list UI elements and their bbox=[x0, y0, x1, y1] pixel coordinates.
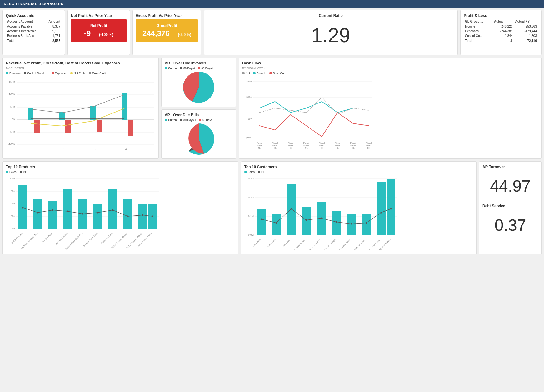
current-ratio-title: Current Ratio bbox=[207, 13, 454, 18]
net-profit-label: Net Profit bbox=[75, 23, 122, 28]
svg-text:Hamil... Smith Ltd: Hamil... Smith Ltd bbox=[307, 238, 321, 250]
svg-text:Rex Media Unive...: Rex Media Unive... bbox=[352, 238, 366, 250]
svg-rect-62 bbox=[63, 189, 72, 229]
qa-total-row: Total 2,568 bbox=[6, 38, 62, 43]
svg-text:-100K: -100K bbox=[8, 143, 15, 146]
bar-revenue-q4 bbox=[122, 93, 127, 120]
svg-text:100K: 100K bbox=[9, 202, 15, 205]
svg-text:Big Max Day Break M...: Big Max Day Break M... bbox=[20, 232, 38, 250]
net-profit-box: Net Profit -9 (-100 %) bbox=[71, 19, 127, 42]
svg-text:Week: Week bbox=[335, 144, 340, 147]
pl-total-row: Total -9 72,116 bbox=[464, 38, 538, 43]
svg-point-78 bbox=[152, 216, 153, 217]
svg-rect-102 bbox=[332, 211, 341, 235]
qa-row-name: Accounts Payable bbox=[6, 24, 44, 29]
dashboard-header: XERO FINANCIAL DASHBOARD bbox=[0, 0, 544, 8]
legend-dot-revenue bbox=[6, 72, 8, 74]
svg-text:Bank West: Bank West bbox=[252, 238, 261, 247]
legend-ap-current: Current bbox=[165, 118, 177, 122]
bar-expenses-q3 bbox=[97, 120, 102, 132]
svg-text:Hankles Crispies: Hankles Crispies bbox=[55, 232, 68, 245]
svg-rect-64 bbox=[93, 204, 102, 229]
gross-profit-title: Gross Profit Vs Prior Year bbox=[136, 13, 198, 18]
cashflow-legend: Net Cash In Cash Out bbox=[242, 72, 538, 75]
ar-overdue-legend: Current 30 Days+ 60 Days+ bbox=[165, 67, 233, 70]
svg-text:DiiSR - Small Busin...: DiiSR - Small Busin... bbox=[290, 238, 306, 250]
legend-dot-grossprofit bbox=[89, 72, 91, 74]
ar-turnover-title: AR Turnover bbox=[482, 165, 538, 169]
row-1: Quick Accounts Account.Account Amount Ac… bbox=[2, 10, 542, 55]
products-title: Top 10 Products bbox=[6, 165, 235, 169]
profit-loss-card: Profit & Loss GL Groupi... Actual Actual… bbox=[460, 10, 542, 55]
svg-point-72 bbox=[67, 211, 69, 212]
legend-revenue: Revenue bbox=[6, 72, 21, 75]
table-row: Accounts Payable -8,387 bbox=[6, 24, 62, 29]
svg-text:Week: Week bbox=[366, 144, 372, 147]
svg-rect-67 bbox=[138, 204, 147, 229]
svg-text:Fiscal: Fiscal bbox=[257, 142, 262, 144]
svg-point-73 bbox=[82, 213, 84, 215]
table-row: Business Bank Acc... 1,761 bbox=[6, 33, 62, 38]
svg-text:150K: 150K bbox=[9, 190, 15, 193]
debt-service-title: Debt Service bbox=[482, 204, 538, 208]
net-profit-card: Net Profit Vs Prior Year Net Profit -9 (… bbox=[67, 10, 130, 55]
ar-turnover-value: 44.97 bbox=[482, 170, 538, 199]
gross-profit-card: Gross Profit Vs Prior Year GrossProfit 2… bbox=[132, 10, 201, 55]
svg-text:2: 2 bbox=[62, 148, 64, 151]
legend-cashout: Cash Out bbox=[269, 72, 285, 75]
svg-text:46,: 46, bbox=[320, 147, 323, 149]
svg-point-108 bbox=[275, 222, 277, 224]
svg-rect-106 bbox=[387, 179, 395, 235]
svg-text:4: 4 bbox=[125, 148, 127, 151]
legend-net: Net bbox=[242, 72, 250, 75]
svg-rect-105 bbox=[377, 182, 386, 235]
dashboard-body: Quick Accounts Account.Account Amount Ac… bbox=[0, 8, 544, 257]
svg-text:Fiscal: Fiscal bbox=[319, 142, 325, 144]
svg-rect-66 bbox=[123, 199, 132, 229]
svg-text:Fiscal: Fiscal bbox=[272, 142, 278, 144]
ar-pie-container bbox=[165, 72, 233, 103]
svg-text:Week: Week bbox=[288, 144, 293, 147]
svg-text:0.0M: 0.0M bbox=[248, 234, 254, 236]
svg-text:Fiscal: Fiscal bbox=[350, 142, 356, 144]
legend-prod-gp: GP bbox=[20, 170, 27, 173]
svg-text:43,: 43, bbox=[289, 147, 292, 149]
svg-text:City Limo...: City Limo... bbox=[282, 238, 291, 248]
svg-text:Week: Week bbox=[257, 144, 262, 147]
svg-text:-50K: -50K bbox=[9, 130, 15, 133]
qa-row-value: 9,195 bbox=[44, 29, 62, 33]
qa-col-amount: Amount bbox=[44, 19, 62, 24]
svg-text:Fiscal: Fiscal bbox=[303, 142, 309, 144]
cashflow-title: Cash Flow bbox=[242, 61, 538, 65]
svg-text:$10K: $10K bbox=[246, 96, 252, 98]
row-3: Top 10 Products Sales GP 200K 150K 100K … bbox=[2, 161, 542, 254]
svg-text:Basket Case: Basket Case bbox=[266, 238, 276, 249]
bar-expenses-q2 bbox=[65, 120, 71, 133]
customers-legend: Sales GP bbox=[244, 170, 473, 173]
svg-point-109 bbox=[290, 208, 292, 210]
quick-accounts-table: Account.Account Amount Accounts Payable … bbox=[6, 19, 62, 43]
bar-revenue-q1 bbox=[28, 108, 33, 120]
cashflow-cashin-line bbox=[259, 102, 369, 113]
ap-pie-container bbox=[165, 123, 233, 155]
svg-text:Fiscal: Fiscal bbox=[366, 142, 372, 144]
dashboard-title: XERO FINANCIAL DASHBOARD bbox=[4, 2, 64, 6]
legend-ar-current: Current bbox=[165, 67, 177, 70]
revenue-chart-card: Revenue, Net Profit, GrossProfit, Cost o… bbox=[2, 58, 159, 159]
svg-text:Week: Week bbox=[319, 144, 325, 147]
top10-products-card: Top 10 Products Sales GP 200K 150K 100K … bbox=[2, 161, 238, 254]
svg-text:0.1M: 0.1M bbox=[248, 215, 254, 218]
gross-profit-change: (-2.9 %) bbox=[178, 33, 191, 37]
svg-text:150K: 150K bbox=[9, 80, 15, 83]
gross-profit-label: GrossProfit bbox=[140, 23, 193, 28]
svg-point-113 bbox=[350, 223, 352, 225]
table-row: Cost of Go... -1,844 -1,803 bbox=[464, 33, 538, 38]
legend-dot-netprofit bbox=[70, 72, 73, 74]
legend-cashin: Cash In bbox=[253, 72, 266, 75]
ap-pie-chart bbox=[183, 123, 214, 155]
pl-col-actual-py: Actual PY bbox=[514, 19, 538, 24]
svg-point-110 bbox=[305, 219, 307, 221]
ap-overdue-legend: Current 30 Days + 60 Days + bbox=[165, 118, 233, 122]
svg-rect-65 bbox=[108, 189, 117, 229]
legend-dot-expenses bbox=[52, 72, 54, 74]
